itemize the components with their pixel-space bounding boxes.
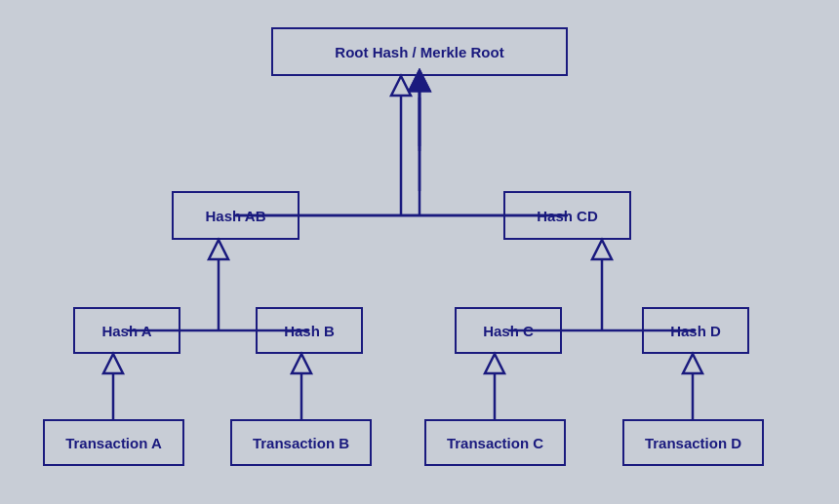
tx-c-node: Transaction C: [424, 419, 566, 466]
svg-marker-11: [209, 240, 228, 259]
hash-cd-node: Hash CD: [503, 191, 631, 240]
hash-b-node: Hash B: [256, 307, 363, 354]
tx-a-node: Transaction A: [43, 419, 184, 466]
svg-marker-22: [683, 354, 702, 373]
svg-marker-16: [103, 354, 123, 373]
hash-ab-node: Hash AB: [172, 191, 300, 240]
hash-d-node: Hash D: [642, 307, 749, 354]
tx-b-node: Transaction B: [230, 419, 372, 466]
svg-marker-8: [391, 76, 411, 96]
hash-c-node: Hash C: [455, 307, 562, 354]
tx-d-node: Transaction D: [622, 419, 764, 466]
merkle-tree-diagram: Root Hash / Merkle Root Hash AB Hash CD …: [0, 0, 839, 504]
svg-marker-18: [292, 354, 311, 373]
svg-marker-20: [485, 354, 504, 373]
hash-a-node: Hash A: [73, 307, 180, 354]
root-hash-node: Root Hash / Merkle Root: [271, 27, 568, 76]
svg-marker-14: [592, 240, 612, 259]
